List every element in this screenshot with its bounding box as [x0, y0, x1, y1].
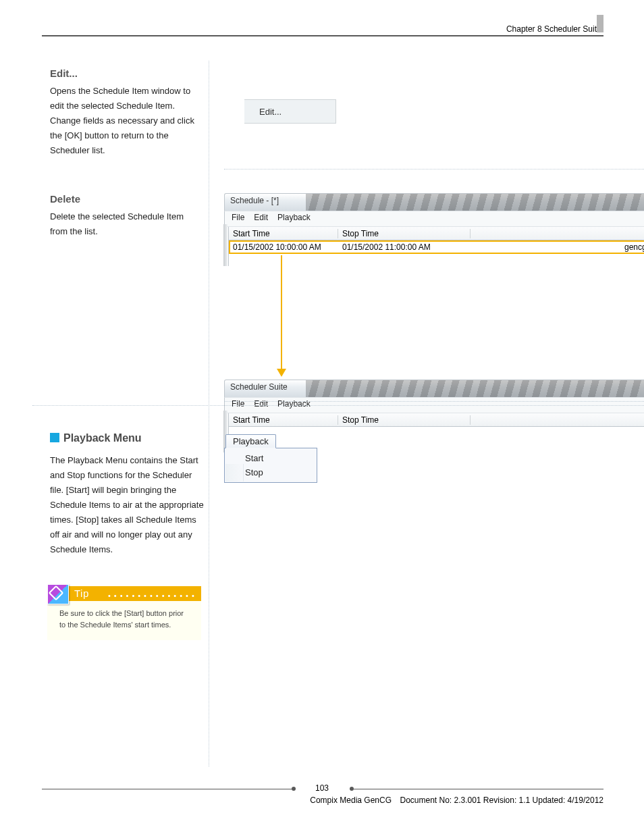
header-rule — [42, 35, 603, 36]
chapter-title: Chapter 8 Scheduler Suit — [506, 24, 597, 34]
page-number: 103 — [0, 783, 644, 793]
col-stop-time[interactable]: Stop Time — [338, 229, 471, 238]
window-title-bar: Scheduler Suite — [224, 380, 644, 397]
arrow-line — [281, 255, 282, 370]
playback-tab[interactable]: Playback — [225, 434, 276, 448]
menu-item-stop[interactable]: Stop — [225, 465, 317, 479]
menu-edit[interactable]: Edit — [254, 213, 268, 226]
cell-start-time: 01/15/2002 10:00:00 AM — [229, 242, 338, 252]
table-row[interactable]: 01/15/2002 10:00:00 AM 01/15/2002 11:00:… — [228, 240, 644, 254]
playback-menu-figure: Playback Start Stop — [224, 434, 317, 483]
col-stop-time[interactable]: Stop Time — [338, 415, 471, 425]
window-title: Scheduler Suite — [230, 382, 288, 392]
edit-heading: Edit... — [50, 66, 202, 81]
delete-body: Delete the selected Schedule Item from t… — [50, 209, 202, 239]
tip-dots-decor: ••••••••••••••• — [108, 592, 198, 600]
col-file[interactable]: File — [471, 229, 644, 238]
tip-label: Tip — [74, 588, 89, 599]
footer-docinfo: Document No: 2.3.001 Revision: 1.1 Updat… — [400, 796, 603, 805]
tip-box: Tip ••••••••••••••• Be sure to click the… — [47, 586, 201, 640]
table-header: Start Time Stop Time File Page — [228, 413, 644, 427]
tip-icon — [47, 584, 69, 604]
cell-stop-time: 01/15/2002 11:00:00 AM — [338, 242, 471, 252]
window-left-rail — [223, 224, 227, 266]
col-start-time[interactable]: Start Time — [229, 415, 338, 425]
footer-product: Compix Media GenCG — [0, 796, 392, 805]
window-title-bar: Schedule - [*] — [224, 193, 644, 211]
arrow-head-icon — [277, 369, 286, 377]
playback-heading: Playback Menu — [50, 431, 207, 446]
table-blank — [228, 254, 644, 266]
playback-heading-text: Playback Menu — [63, 432, 142, 444]
col-start-time[interactable]: Start Time — [229, 229, 338, 238]
menu-item-start[interactable]: Start — [225, 451, 317, 465]
edit-menu-item-label: Edit... — [259, 107, 281, 117]
column-divider — [209, 61, 209, 766]
window-title: Schedule - [*] — [230, 196, 279, 205]
dotted-separator-full — [32, 405, 644, 406]
menu-playback[interactable]: Playback — [277, 213, 311, 226]
playback-body: The Playback Menu contains the Start and… — [50, 453, 207, 557]
blue-square-icon — [50, 433, 59, 442]
table-header: Start Time Stop Time File Page — [228, 227, 644, 240]
delete-heading: Delete — [50, 192, 202, 207]
cell-file: gencg_news.gcg — [471, 242, 644, 252]
header-tab-decor — [597, 15, 603, 32]
edit-body: Opens the Schedule Item window to edit t… — [50, 84, 202, 158]
col-file[interactable]: File — [471, 415, 644, 425]
dotted-separator — [224, 401, 644, 402]
tip-body: Be sure to click the [Start] button prio… — [47, 601, 201, 640]
menu-bar: File Edit Playback — [224, 211, 644, 227]
dotted-separator — [224, 169, 644, 170]
menu-file[interactable]: File — [232, 213, 244, 226]
edit-menu-item-figure: Edit... — [244, 99, 336, 124]
